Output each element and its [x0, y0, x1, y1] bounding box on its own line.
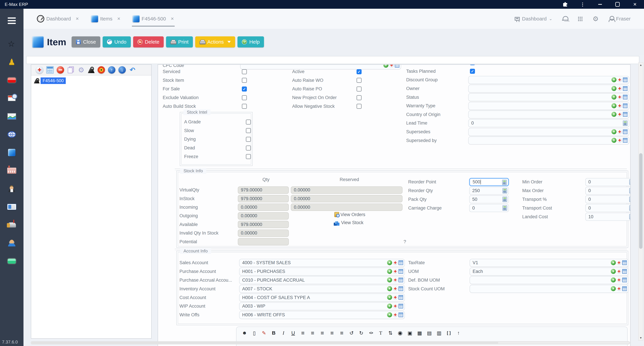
tab[interactable]: Dashboard ✕: [37, 15, 79, 22]
sidebar-item[interactable]: [0, 162, 24, 180]
account-lookup-field[interactable]: 4000 - SYSTEM SALES: [239, 259, 405, 267]
lookup-add-icon[interactable]: [617, 112, 622, 117]
lookup-select-icon[interactable]: [612, 112, 616, 117]
lookup-field[interactable]: [468, 93, 629, 101]
account-lookup-field[interactable]: H004 - COST OF SALES TYPE A: [239, 294, 405, 302]
kebab-menu-icon[interactable]: [580, 1, 586, 7]
toolbar-button[interactable]: Help: [238, 36, 264, 47]
lookup-select-icon[interactable]: [612, 138, 616, 143]
checkbox[interactable]: [246, 119, 251, 125]
lookup-table-icon[interactable]: [398, 269, 403, 274]
lookup-add-icon[interactable]: [393, 304, 398, 309]
number-field[interactable]: 0: [585, 178, 630, 186]
checkbox[interactable]: [246, 145, 251, 151]
uom-lookup-field[interactable]: [470, 276, 628, 284]
scroll-down-icon[interactable]: ▼: [639, 336, 643, 340]
calculator-icon[interactable]: [629, 188, 630, 193]
number-field[interactable]: 250: [469, 187, 509, 195]
lookup-add-icon[interactable]: [389, 64, 394, 68]
lookup-field[interactable]: [468, 102, 629, 110]
lookup-field[interactable]: [468, 136, 629, 144]
lookup-select-icon[interactable]: [611, 286, 616, 291]
lookup-select-icon[interactable]: [612, 129, 616, 134]
sidebar-item[interactable]: [0, 180, 24, 198]
sort-icon[interactable]: [387, 330, 394, 336]
calculator-icon[interactable]: [629, 205, 630, 211]
lookup-select-icon[interactable]: [611, 260, 616, 265]
lookup-select-icon[interactable]: [387, 260, 392, 265]
sidebar-item[interactable]: [0, 143, 24, 162]
stock-link[interactable]: View Orders: [334, 211, 365, 219]
sidebar-item[interactable]: [0, 89, 24, 107]
number-field[interactable]: 50: [469, 195, 509, 203]
lookup-select-icon[interactable]: [387, 286, 392, 291]
checkbox[interactable]: [356, 95, 362, 100]
lookup-table-icon[interactable]: [623, 103, 628, 108]
lookup-add-icon[interactable]: [616, 260, 622, 265]
lookup-table-icon[interactable]: [623, 77, 628, 82]
align-left-icon[interactable]: [319, 330, 326, 336]
toolbar-button[interactable]: Delete: [133, 36, 164, 47]
vertical-scrollbar[interactable]: ▲ ▼: [638, 62, 643, 341]
lookup-table-icon[interactable]: [623, 112, 628, 117]
arrow-down-icon[interactable]: [118, 66, 126, 74]
close-icon[interactable]: [632, 1, 638, 7]
restore-icon[interactable]: [614, 1, 620, 7]
checkbox[interactable]: [242, 86, 247, 91]
sidebar-item[interactable]: [0, 35, 24, 53]
toolbar-button[interactable]: Actions: [195, 36, 235, 47]
html-icon[interactable]: [426, 330, 433, 336]
lookup-table-icon[interactable]: [622, 269, 627, 274]
checkbox[interactable]: [356, 78, 362, 83]
number-field[interactable]: 10: [585, 213, 630, 221]
bookmark-icon[interactable]: [251, 330, 258, 336]
bold-icon[interactable]: [270, 330, 277, 336]
checkbox[interactable]: [242, 104, 247, 109]
checkbox[interactable]: [470, 69, 475, 74]
bullet-list-icon[interactable]: [300, 330, 306, 336]
sidebar-item[interactable]: [0, 252, 24, 270]
tab-close-icon[interactable]: ✕: [117, 16, 120, 21]
lookup-add-icon[interactable]: [393, 260, 398, 265]
lookup-add-icon[interactable]: [616, 278, 622, 283]
lookup-select-icon[interactable]: [612, 103, 616, 108]
calculator-icon[interactable]: [502, 205, 507, 211]
lookup-select-icon[interactable]: [384, 64, 388, 68]
checkbox[interactable]: [246, 137, 251, 142]
lookup-table-icon[interactable]: [395, 64, 400, 67]
account-lookup-field[interactable]: H006 - WRITE OFFS: [239, 311, 405, 319]
calculator-icon[interactable]: [502, 197, 507, 202]
lookup-table-icon[interactable]: [622, 286, 627, 291]
stock-link[interactable]: View Stock: [334, 219, 365, 227]
lookup-add-icon[interactable]: [393, 295, 398, 300]
lead-time-field[interactable]: 0: [468, 119, 629, 127]
scrollbar-thumb[interactable]: [639, 153, 642, 249]
summary-icon[interactable]: [436, 330, 442, 336]
account-lookup-field[interactable]: H001 - PURCHASES: [239, 268, 405, 276]
apps-grid-icon[interactable]: [578, 16, 582, 21]
arrow-up-icon[interactable]: [108, 66, 116, 74]
checkbox[interactable]: [246, 154, 251, 159]
user-menu[interactable]: Fraser: [608, 16, 630, 22]
checkbox[interactable]: [242, 69, 247, 74]
checkbox[interactable]: [356, 69, 362, 74]
lookup-field[interactable]: [468, 76, 629, 84]
lookup-table-icon[interactable]: [623, 95, 628, 99]
lookup-select-icon[interactable]: [611, 269, 616, 274]
tab-close-icon[interactable]: ✕: [170, 16, 174, 21]
checkbox[interactable]: [242, 78, 247, 83]
lookup-field[interactable]: [468, 85, 629, 93]
calculator-icon[interactable]: [502, 180, 507, 185]
account-lookup-field[interactable]: A003 - WIP: [239, 302, 405, 310]
palette-icon[interactable]: [397, 330, 404, 336]
calculator-icon[interactable]: [502, 188, 507, 193]
redo-icon[interactable]: [358, 330, 364, 336]
lookup-add-icon[interactable]: [393, 278, 398, 283]
code-icon[interactable]: [368, 330, 374, 336]
sidebar-item[interactable]: [0, 234, 24, 252]
lookup-add-icon[interactable]: [617, 94, 622, 100]
lookup-add-icon[interactable]: [616, 286, 622, 291]
uom-lookup-field[interactable]: V1: [470, 259, 628, 267]
sidebar-item[interactable]: [0, 125, 24, 143]
scroll-up-icon[interactable]: ▲: [639, 63, 643, 67]
